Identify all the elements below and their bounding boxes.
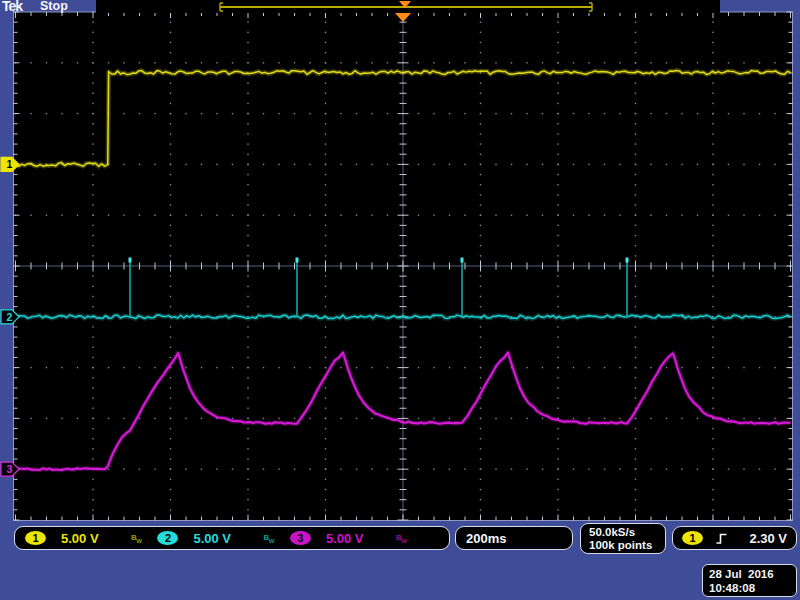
date-value: 28 Jul 2016 (709, 567, 774, 581)
datetime-box: 28 Jul 2016 10:48:08 (702, 564, 797, 597)
channel-1-badge: 1 (25, 531, 46, 545)
svg-text:1: 1 (7, 158, 13, 170)
channel-3-bandwidth-icon: BW (396, 533, 406, 544)
channel-1-bandwidth-icon: BW (131, 533, 141, 544)
channel-readouts-box: 1 5.00 V BW 2 5.00 V BW 3 5.00 V BW (14, 526, 450, 550)
rising-edge-icon (715, 532, 728, 545)
trigger-level: 2.30 V (749, 531, 787, 546)
svg-text:2: 2 (7, 311, 13, 323)
record-view-bar (96, 1, 720, 14)
trigger-source-badge: 1 (682, 531, 703, 545)
channel-1-scale: 5.00 V (61, 531, 111, 546)
scope-display: 123 (0, 0, 800, 600)
channel-3-scale: 5.00 V (326, 531, 376, 546)
top-status-bar: Tek Stop (0, 0, 800, 13)
trigger-readout-box: 1 2.30 V (672, 526, 797, 550)
timebase-value: 200ms (466, 531, 506, 546)
oscilloscope-screen: 123 Tek Stop 1 5.00 V BW 2 5.00 V BW 3 5… (0, 0, 800, 600)
sample-rate: 50.0kS/s (589, 526, 635, 539)
channel-3-badge: 3 (290, 531, 311, 545)
channel-2-badge: 2 (157, 531, 178, 545)
sample-rate-box: 50.0kS/s 100k points (580, 523, 666, 554)
channel-2-scale: 5.00 V (193, 531, 243, 546)
svg-text:3: 3 (7, 463, 13, 475)
record-length: 100k points (589, 539, 652, 552)
time-value: 10:48:08 (709, 581, 755, 595)
channel-2-bandwidth-icon: BW (263, 533, 273, 544)
tek-logo: Tek (2, 0, 22, 14)
record-view-strip (96, 0, 720, 13)
acquisition-status: Stop (40, 0, 68, 13)
timebase-box: 200ms (455, 526, 573, 550)
